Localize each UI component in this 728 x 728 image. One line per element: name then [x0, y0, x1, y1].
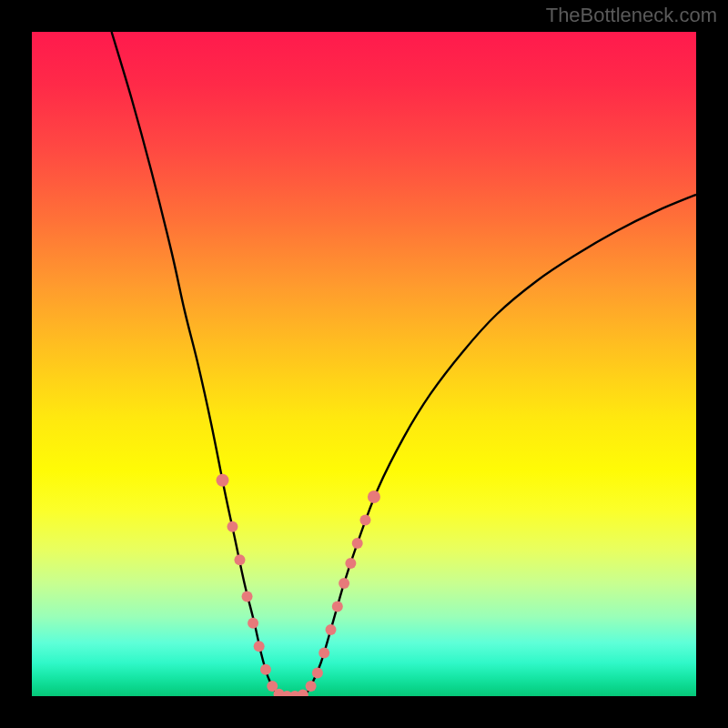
- marker-dot: [345, 558, 356, 569]
- marker-dot: [339, 578, 349, 589]
- marker-dot: [359, 515, 370, 526]
- marker-dot: [298, 690, 308, 696]
- marker-dot: [248, 618, 258, 629]
- marker-dot: [217, 474, 229, 487]
- chart-plot-area: [32, 32, 696, 696]
- marker-dot: [332, 601, 343, 612]
- marker-dot: [352, 538, 363, 549]
- marker-dot: [306, 681, 317, 692]
- marker-dot: [242, 592, 253, 602]
- marker-dot: [260, 664, 271, 675]
- marker-dot: [254, 641, 265, 652]
- marker-dot: [234, 554, 245, 565]
- watermark-text: TheBottleneck.com: [546, 4, 717, 27]
- chart-svg: [32, 32, 696, 696]
- marker-dot: [227, 521, 238, 532]
- curve-lines: [112, 32, 696, 696]
- marker-dot: [312, 667, 323, 678]
- marker-dot: [326, 624, 337, 635]
- marker-dot: [368, 490, 380, 503]
- marker-dot: [318, 648, 329, 659]
- bottleneck-curve: [112, 32, 696, 696]
- marker-dots: [217, 474, 380, 696]
